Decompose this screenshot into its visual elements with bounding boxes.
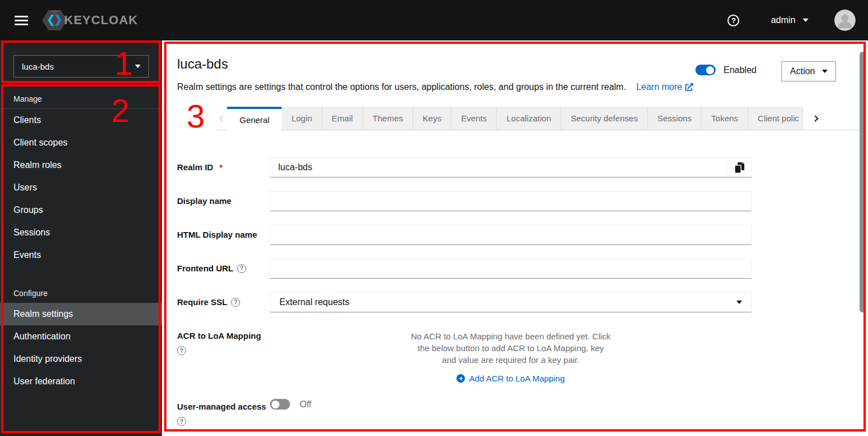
copy-icon: [735, 162, 744, 173]
chevron-down-icon: [135, 65, 141, 68]
learn-more-link[interactable]: Learn more: [636, 82, 694, 92]
chevron-down-icon: [803, 19, 808, 22]
tab-login[interactable]: Login: [282, 107, 322, 130]
tab-keys[interactable]: Keys: [413, 107, 451, 130]
plus-circle-icon: +: [456, 374, 465, 383]
vertical-scrollbar[interactable]: [859, 42, 866, 435]
enabled-toggle-label: Enabled: [724, 65, 757, 75]
help-icon[interactable]: ?: [177, 346, 186, 355]
help-icon[interactable]: ?: [237, 264, 246, 273]
sidebar: luca-bds Manage Clients Client scopes Re…: [0, 40, 162, 436]
sidebar-item-identity-providers[interactable]: Identity providers: [0, 348, 162, 370]
form-row-require-ssl: Require SSL ? External requests: [177, 292, 868, 312]
form-row-frontend-url: Frontend URL ?: [177, 258, 868, 279]
user-managed-access-state: Off: [300, 399, 311, 410]
top-header-bar: KEYCLOAK ? admin: [0, 0, 868, 40]
user-name: admin: [771, 15, 795, 25]
chevron-left-icon: [219, 115, 224, 122]
sidebar-nav: Manage Clients Client scopes Realm roles…: [0, 85, 162, 393]
avatar[interactable]: [834, 10, 856, 31]
tab-security-defenses[interactable]: Security defenses: [561, 107, 648, 130]
scrollbar-thumb[interactable]: [860, 52, 866, 312]
tab-email[interactable]: Email: [322, 107, 363, 130]
user-managed-access-toggle[interactable]: [270, 399, 290, 410]
nav-section-title-configure: Configure: [0, 266, 162, 303]
form-row-user-managed-access: User-managed access ? Off: [177, 397, 868, 426]
sidebar-item-authentication[interactable]: Authentication: [0, 325, 162, 348]
realm-id-input[interactable]: [270, 157, 728, 178]
main-content: luca-bds Realm settings are settings tha…: [162, 40, 868, 436]
require-ssl-label: Require SSL: [177, 297, 227, 307]
brand-text: KEYCLOAK: [64, 13, 138, 28]
tab-bar-filler: [830, 107, 859, 130]
copy-button[interactable]: [728, 157, 752, 178]
tab-general[interactable]: General: [227, 107, 282, 130]
display-name-input[interactable]: [270, 191, 752, 211]
chevron-down-icon: [822, 70, 828, 73]
sidebar-item-events[interactable]: Events: [0, 244, 162, 266]
acr-empty-state: No ACR to LoA Mapping have been defined …: [270, 326, 752, 383]
chevron-down-icon: [736, 301, 742, 304]
sidebar-item-client-scopes[interactable]: Client scopes: [0, 131, 162, 154]
sidebar-item-groups[interactable]: Groups: [0, 199, 162, 221]
frontend-url-label: Frontend URL: [177, 264, 233, 273]
required-marker: *: [219, 162, 223, 172]
tab-scroll-left-button[interactable]: [216, 107, 227, 130]
tab-themes[interactable]: Themes: [363, 107, 413, 130]
sidebar-item-sessions[interactable]: Sessions: [0, 221, 162, 244]
sidebar-item-clients[interactable]: Clients: [0, 109, 162, 131]
general-settings-form: Realm ID *: [177, 157, 868, 436]
tab-sessions[interactable]: Sessions: [648, 107, 702, 130]
realm-selector-dropdown[interactable]: luca-bds: [13, 55, 149, 78]
realm-id-label: Realm ID: [177, 162, 213, 172]
display-name-label: Display name: [177, 196, 232, 206]
sidebar-item-realm-roles[interactable]: Realm roles: [0, 154, 162, 176]
external-link-icon: [685, 83, 693, 91]
help-icon[interactable]: ?: [727, 15, 739, 26]
form-row-display-name: Display name: [177, 191, 868, 211]
tab-bar: General Login Email Themes Keys Events L…: [216, 107, 859, 130]
help-icon[interactable]: ?: [177, 417, 186, 426]
chevron-right-icon: [814, 115, 819, 122]
person-icon: [834, 10, 856, 31]
hamburger-menu-icon[interactable]: [15, 13, 28, 28]
require-ssl-select[interactable]: External requests: [270, 292, 752, 312]
sidebar-item-user-federation[interactable]: User federation: [0, 370, 162, 393]
require-ssl-value: External requests: [279, 297, 350, 307]
html-display-name-label: HTML Display name: [177, 230, 257, 239]
page-description: Realm settings are settings that control…: [177, 82, 626, 92]
sidebar-item-realm-settings[interactable]: Realm settings: [0, 303, 162, 325]
frontend-url-input[interactable]: [270, 258, 752, 279]
tab-events[interactable]: Events: [451, 107, 497, 130]
sidebar-item-users[interactable]: Users: [0, 176, 162, 199]
help-icon[interactable]: ?: [231, 298, 240, 307]
page-title: luca-bds: [177, 56, 228, 72]
nav-section-title-manage: Manage: [0, 85, 162, 108]
user-managed-access-label: User-managed access: [177, 402, 266, 411]
realm-selector-value: luca-bds: [22, 62, 54, 71]
action-dropdown-button[interactable]: Action: [781, 61, 836, 81]
tab-localization[interactable]: Localization: [497, 107, 561, 130]
enabled-toggle[interactable]: [695, 65, 716, 75]
add-acr-to-loa-button[interactable]: + Add ACR to LoA Mapping: [456, 374, 564, 383]
form-row-realm-id: Realm ID *: [177, 157, 868, 178]
tab-tokens[interactable]: Tokens: [702, 107, 748, 130]
form-row-html-display-name: HTML Display name: [177, 225, 868, 245]
keycloak-logo: KEYCLOAK: [42, 8, 138, 32]
form-row-acr-to-loa: ACR to LoA Mapping ? No ACR to LoA Mappi…: [177, 326, 868, 383]
tab-scroll-right-button[interactable]: [803, 107, 830, 130]
user-menu[interactable]: admin: [771, 15, 808, 25]
html-display-name-input[interactable]: [270, 225, 752, 245]
acr-to-loa-label: ACR to LoA Mapping: [177, 331, 261, 340]
tab-client-policies[interactable]: Client polic: [748, 107, 803, 130]
acr-empty-text: No ACR to LoA Mapping have been defined …: [410, 330, 612, 366]
